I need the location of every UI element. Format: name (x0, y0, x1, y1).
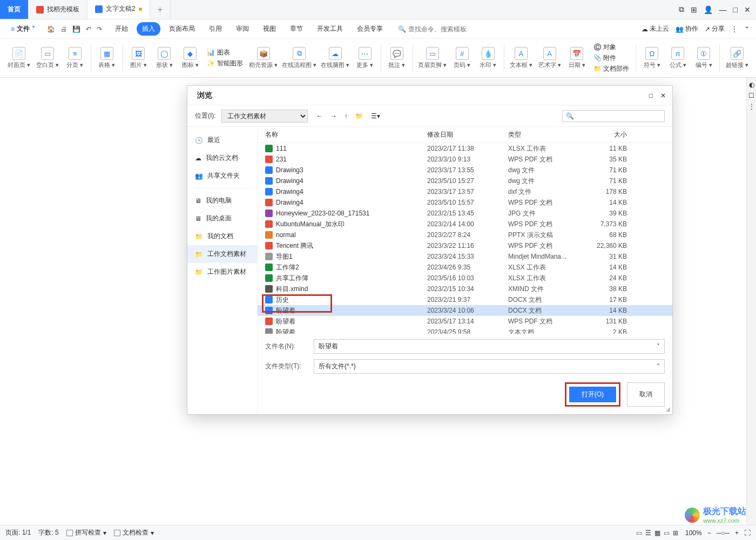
col-type[interactable]: 类型 (508, 130, 584, 139)
menu-页面布局[interactable]: 页面布局 (164, 22, 200, 36)
ribbon-页眉页脚[interactable]: ▭页眉页脚 ▾ (416, 47, 449, 69)
nav-back-icon[interactable]: ← (316, 112, 323, 120)
share-button[interactable]: ↗ 分享 (705, 24, 725, 33)
nav-view-icon[interactable]: ☰▾ (371, 112, 380, 120)
tab-templates[interactable]: 找稻壳模板 (29, 0, 87, 19)
col-name[interactable]: 名称 (265, 130, 427, 139)
more-icon[interactable]: ⋮ (731, 25, 738, 33)
menu-章节[interactable]: 章节 (285, 22, 308, 36)
view-mode-icon[interactable]: ▦ (654, 529, 660, 537)
qat-3[interactable]: ↶ (86, 25, 91, 33)
cloud-sync[interactable]: ☁ 未上云 (642, 24, 669, 33)
ribbon-批注[interactable]: 💬批注 ▾ (384, 47, 409, 69)
sidebar-我的文档[interactable]: 📁我的文档 (187, 227, 257, 245)
scroll-more-icon[interactable]: ⋮ (748, 103, 755, 110)
col-date[interactable]: 修改日期 (427, 130, 508, 139)
file-row[interactable]: 1112023/2/17 11:38XLSX 工作表11 KB (258, 143, 672, 154)
dialog-close-icon[interactable]: ✕ (660, 92, 666, 99)
nav-newfolder-icon[interactable]: 📁 (355, 112, 363, 120)
ribbon-形状[interactable]: ◯形状 ▾ (152, 47, 177, 69)
dialog-maximize-icon[interactable]: □ (649, 92, 653, 99)
qat-4[interactable]: ↷ (97, 25, 102, 33)
ribbon-文本框[interactable]: A文本框 ▾ (507, 47, 535, 69)
filename-input[interactable]: 盼望着˅ (314, 339, 665, 354)
coop-button[interactable]: 👥 协作 (676, 24, 698, 33)
ribbon-图标[interactable]: ◆图标 ▾ (178, 47, 202, 69)
sidebar-工作图片素材[interactable]: 📁工作图片素材 (187, 263, 257, 281)
ribbon-item[interactable]: 📎 附件 (593, 53, 629, 63)
sidebar-共享文件夹[interactable]: 👥共享文件夹 (187, 167, 257, 185)
ribbon-更多[interactable]: ⋯更多 ▾ (353, 47, 377, 69)
file-row[interactable]: Tencent 腾讯2023/3/22 11:16WPS PDF 文档22,36… (258, 240, 672, 251)
menu-视图[interactable]: 视图 (258, 22, 281, 36)
open-button[interactable]: 打开(O) (569, 387, 616, 402)
menu-插入[interactable]: 插入 (137, 22, 160, 36)
view-mode-icon[interactable]: ▭ (636, 529, 642, 537)
ribbon-页码[interactable]: #页码 ▾ (450, 47, 475, 69)
page-indicator[interactable]: 页面: 1/1 (5, 528, 31, 537)
file-row[interactable]: 盼望着2023/3/24 10:06DOCX 文档14 KB (258, 305, 672, 316)
file-list-header[interactable]: 名称 修改日期 类型 大小 (258, 127, 672, 143)
search-input[interactable] (408, 25, 484, 33)
close-icon[interactable]: ✕ (744, 5, 751, 14)
ribbon-图片[interactable]: 🖼图片 ▾ (126, 47, 151, 69)
zoom-in-icon[interactable]: + (735, 529, 739, 537)
file-row[interactable]: Drawing42023/5/10 15:57WPS PDF 文档14 KB (258, 197, 672, 208)
filetype-select[interactable]: 所有文件(*.*)˅ (314, 359, 665, 374)
file-row[interactable]: Drawing42023/3/17 13:57dxf 文件178 KB (258, 186, 672, 197)
dual-view-icon[interactable]: ⧉ (679, 5, 684, 14)
collapse-ribbon-icon[interactable]: ⌃ (744, 25, 750, 33)
resize-grip-icon[interactable]: ◢ (666, 406, 670, 412)
file-row[interactable]: normal2023/2/27 8:24PPTX 演示文稿68 KB (258, 230, 672, 240)
file-row[interactable]: 盼望着2023/5/17 13:14WPS PDF 文档131 KB (258, 316, 672, 327)
file-row[interactable]: 科目.xmind2023/2/15 10:34XMIND 文件38 KB (258, 284, 672, 294)
ribbon-item[interactable]: ✨ 智能图形 (207, 59, 242, 68)
ribbon-超链接[interactable]: 🔗超链接 ▾ (723, 47, 751, 69)
grid-icon[interactable]: ⊞ (691, 5, 697, 14)
file-row[interactable]: Honeyview_2023-02-08_1715312023/2/15 13:… (258, 208, 672, 219)
cancel-button[interactable]: 取消 (627, 382, 665, 407)
maximize-icon[interactable]: □ (733, 5, 738, 14)
file-row[interactable]: Drawing42023/5/10 15:27dwg 文件71 KB (258, 176, 672, 186)
ribbon-水印[interactable]: 💧水印 ▾ (476, 47, 501, 69)
word-count[interactable]: 字数: 5 (38, 528, 58, 537)
menu-引用[interactable]: 引用 (204, 22, 227, 36)
file-row[interactable]: 导图12023/3/24 15:33Mindjet MindMana...31 … (258, 251, 672, 262)
ribbon-在线流程图[interactable]: ⧉在线流程图 ▾ (281, 47, 318, 69)
view-mode-icon[interactable]: ☰ (645, 529, 651, 537)
ribbon-分页[interactable]: ≡分页 ▾ (63, 47, 87, 69)
command-search[interactable]: 🔍 (398, 25, 484, 33)
nav-forward-icon[interactable]: → (330, 112, 337, 120)
file-row[interactable]: 共享工作簿2023/5/16 10:03XLSX 工作表24 KB (258, 273, 672, 284)
sidebar-我的桌面[interactable]: 🖥我的桌面 (187, 210, 257, 227)
chevron-down-icon[interactable]: ˅ (657, 363, 660, 370)
ribbon-item[interactable]: ©️ 对象 (593, 43, 629, 52)
file-row[interactable]: 2312023/3/10 9:13WPS PDF 文档35 KB (258, 154, 672, 165)
zoom-level[interactable]: 100% (685, 529, 702, 537)
view-mode-icon[interactable]: ⊞ (673, 529, 678, 537)
ribbon-公式[interactable]: π公式 ▾ (665, 47, 690, 69)
fullscreen-icon[interactable]: ⛶ (744, 529, 751, 537)
file-row[interactable]: KubuntuManual_加水印2023/2/14 14:00WPS PDF … (258, 219, 672, 230)
ribbon-封面页[interactable]: 📄封面页 ▾ (5, 47, 33, 69)
menu-开始[interactable]: 开始 (110, 22, 133, 36)
tab-home[interactable]: 首页 (0, 0, 29, 19)
chevron-down-icon[interactable]: ˅ (657, 343, 660, 350)
sidebar-我的云文档[interactable]: ☁我的云文档 (187, 149, 257, 167)
qat-1[interactable]: 🖨 (60, 25, 67, 33)
menu-会员专享[interactable]: 会员专享 (352, 22, 388, 36)
ribbon-表格[interactable]: ▦表格 ▾ (94, 47, 119, 69)
ribbon-日期[interactable]: 📅日期 ▾ (564, 47, 589, 69)
ribbon-item[interactable]: 📁 文档部件 (593, 64, 629, 73)
file-row[interactable]: 工作簿22023/4/26 9:35XLSX 工作表14 KB (258, 262, 672, 273)
scroll-bookmark-icon[interactable]: ☐ (748, 92, 754, 99)
ribbon-艺术字[interactable]: A艺术字 ▾ (536, 47, 563, 69)
scroll-handle-icon[interactable]: ◐ (749, 81, 754, 89)
col-size[interactable]: 大小 (584, 130, 627, 139)
qat-0[interactable]: 🏠 (47, 25, 55, 33)
ribbon-编号[interactable]: ①编号 ▾ (691, 47, 716, 69)
menu-审阅[interactable]: 审阅 (231, 22, 254, 36)
zoom-out-icon[interactable]: − (707, 529, 711, 537)
sidebar-工作文档素材[interactable]: 📁工作文档素材 (187, 245, 257, 263)
avatar-icon[interactable]: 👤 (704, 5, 713, 14)
